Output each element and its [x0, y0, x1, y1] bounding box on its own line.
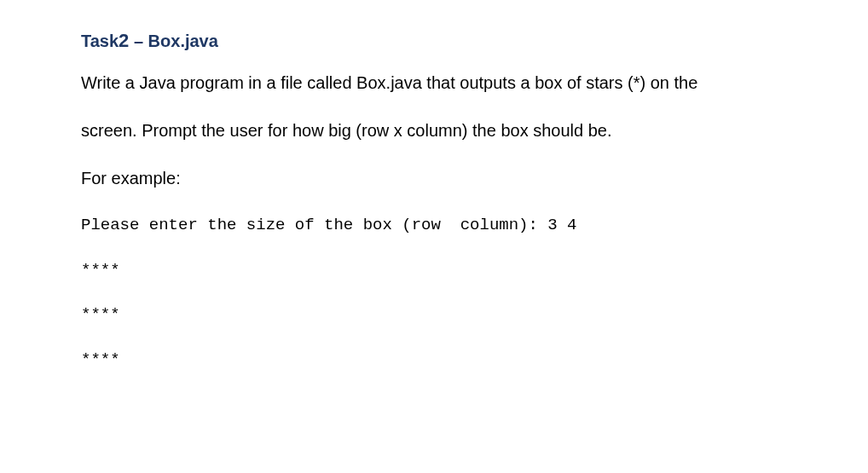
- example-prompt-line: Please enter the size of the box (row co…: [81, 214, 787, 237]
- heading-task-number: 2: [119, 30, 129, 51]
- example-output-row-3: ****: [81, 349, 787, 372]
- heading-task-suffix: – Box.java: [129, 32, 218, 50]
- task-heading: Task2 – Box.java: [81, 30, 787, 52]
- heading-task-prefix: Task: [81, 32, 119, 50]
- example-output-row-1: ****: [81, 259, 787, 282]
- paragraph-1: Write a Java program in a file called Bo…: [81, 71, 787, 95]
- document-page: Task2 – Box.java Write a Java program in…: [0, 0, 868, 427]
- paragraph-3: For example:: [81, 166, 787, 190]
- paragraph-2: screen. Prompt the user for how big (row…: [81, 118, 787, 142]
- example-output-row-2: ****: [81, 303, 787, 326]
